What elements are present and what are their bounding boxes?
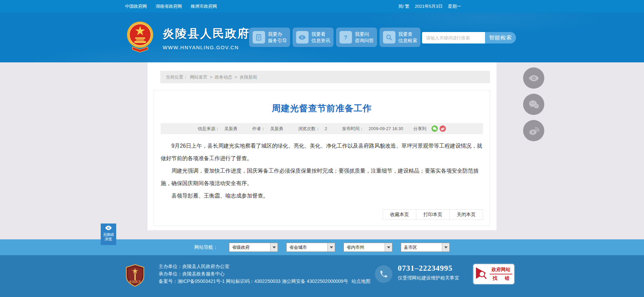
article-actions: 收藏本页 打印本页 关闭本页 xyxy=(161,209,483,220)
meta-publish-label: 发布时间： xyxy=(342,126,364,132)
site-url: WWW.HNYANLING.GOV.CN xyxy=(163,44,250,50)
badge-line1: 政府网站 xyxy=(490,267,513,274)
breadcrumb-label: 当前位置： xyxy=(166,74,188,80)
meta-author-label: 作者： xyxy=(252,126,265,132)
chevron-down-icon xyxy=(385,243,392,251)
breadcrumb-separator: > xyxy=(235,75,237,80)
service-line1: 我要办 xyxy=(268,31,282,37)
weibo-share-icon[interactable] xyxy=(440,125,446,132)
svg-text:?: ? xyxy=(344,34,348,40)
current-date: 2021年5月3日 xyxy=(415,3,443,9)
content-wrapper: 当前位置： 网站首页 > 政务动态 > 炎陵新闻 周建光督查节前准备工作 信息来… xyxy=(148,62,496,230)
breadcrumb-separator: > xyxy=(210,75,213,80)
link-zhuzhou-gov[interactable]: 株洲市政府网 xyxy=(191,3,217,9)
article-paragraph: 周建光强调，要加快工作进度，国庆筹备工作必须保质保量按时完成；要强抓质量，注重细… xyxy=(161,165,483,189)
meta-views-label: 浏览次数： xyxy=(298,126,320,132)
select-provincial-gov[interactable]: 省级政府 xyxy=(229,243,278,252)
link-hunan-gov[interactable]: 湖南省政府网 xyxy=(156,3,182,9)
service-line1: 我要看 xyxy=(312,31,326,37)
contact-phone: 0731–22234995 xyxy=(398,264,459,273)
select-capital-cities[interactable]: 省会城市 xyxy=(286,243,335,252)
current-weekday: 星期一 xyxy=(448,3,461,9)
select-value: 省内市州 xyxy=(347,244,364,250)
gov-error-report-badge[interactable]: 政府网站 找 错 xyxy=(473,264,514,284)
article-paragraph: 县领导彭雁、王衡霝、喻志成参加督查。 xyxy=(161,189,483,202)
close-page-button[interactable]: 关闭本页 xyxy=(449,209,483,220)
eye-icon xyxy=(105,225,112,232)
meta-source: 吴新勇 xyxy=(224,126,237,132)
search-icon xyxy=(383,31,395,43)
site-nav-bar: 网站导航： 省级政府 省会城市 省内市州 县市区 xyxy=(0,239,644,255)
question-icon: ? xyxy=(340,31,352,43)
select-value: 县市区 xyxy=(404,244,417,250)
footer-info: 主办单位：炎陵县人民政府办公室 承办单位：炎陵县政务服务中心 备案号：湘ICP备… xyxy=(159,263,371,285)
article-paragraph: 9月26日上午，县长周建光实地察看了城区的绿化、亮化、美化、净化工作以及县府路风… xyxy=(161,140,483,165)
print-page-button[interactable]: 打印本页 xyxy=(416,209,450,220)
service-line2: 信息资讯 xyxy=(312,38,330,43)
meta-source-label: 信息来源： xyxy=(198,126,220,132)
chevron-down-icon xyxy=(327,243,335,251)
chevron-down-icon xyxy=(270,243,278,251)
accessibility-browse-button[interactable]: 无障碍 浏览 xyxy=(101,224,116,245)
service-button-view[interactable]: 我要看信息资讯 xyxy=(293,28,333,47)
lang-switch[interactable]: 简/ 繁 xyxy=(398,3,409,9)
wechat-share-icon[interactable] xyxy=(431,125,438,132)
sitemap-link[interactable]: 站点地图 xyxy=(352,278,371,284)
site-footer: 党政机关 主办单位：炎陵县人民政府办公室 承办单位：炎陵县政务服务中心 备案号：… xyxy=(0,255,644,297)
favorite-page-button[interactable]: 收藏本页 xyxy=(383,209,416,220)
meta-publish-time: 2009-09-27 16:30 xyxy=(368,126,403,131)
top-bar: 中国政府网 湖南省政府网 株洲市政府网 简/ 繁 2021年5月3日 星期一 xyxy=(0,0,644,12)
eye-icon[interactable] xyxy=(523,67,544,89)
service-line2: 咨询问答 xyxy=(355,38,374,43)
phone-icon xyxy=(375,265,392,283)
svg-text:党政机关: 党政机关 xyxy=(129,280,141,284)
article: 周建光督查节前准备工作 信息来源： 吴新勇 作者： 吴新勇 浏览次数： 2 发布… xyxy=(154,90,490,226)
weibo-icon[interactable] xyxy=(523,120,544,141)
service-line2: 信息检索 xyxy=(398,38,417,43)
flag-magnifier-icon xyxy=(475,267,487,281)
site-nav-label: 网站导航： xyxy=(194,244,218,250)
search-input[interactable] xyxy=(422,32,485,43)
badge-line2: 找 错 xyxy=(490,275,513,281)
select-value: 省会城市 xyxy=(289,244,307,250)
search-bar: 智能检索 xyxy=(422,32,516,43)
service-line2: 服务引导 xyxy=(268,38,287,43)
breadcrumb-news[interactable]: 炎陵新闻 xyxy=(239,74,257,80)
site-header: 炎陵县人民政府 WWW.HNYANLING.GOV.CN 我要办服务引导 我要看… xyxy=(0,12,644,62)
select-county-districts[interactable]: 县市区 xyxy=(401,243,450,252)
meta-author: 吴新勇 xyxy=(270,126,283,132)
eye-icon xyxy=(296,31,309,43)
national-emblem xyxy=(126,21,154,53)
service-button-search[interactable]: 我要查信息检索 xyxy=(380,28,420,47)
footer-contact: 0731–22234995 仅受理网站建设维护相关事宜 xyxy=(375,264,459,283)
share-label: 分享到 xyxy=(413,126,426,132)
service-line1: 我要查 xyxy=(398,31,413,37)
service-button-ask[interactable]: ? 我要问咨询问答 xyxy=(336,28,377,47)
contact-note: 仅受理网站建设维护相关事宜 xyxy=(398,275,459,281)
select-province-cities[interactable]: 省内市州 xyxy=(344,243,392,252)
accessibility-label-line1: 无障碍 xyxy=(103,233,114,237)
link-china-gov[interactable]: 中国政府网 xyxy=(125,3,147,9)
service-button-handle[interactable]: 我要办服务引导 xyxy=(249,28,290,47)
breadcrumb-dynamics[interactable]: 政务动态 xyxy=(215,74,232,80)
breadcrumb: 当前位置： 网站首页 > 政务动态 > 炎陵新闻 xyxy=(160,71,490,83)
article-meta: 信息来源： 吴新勇 作者： 吴新勇 浏览次数： 2 发布时间： 2009-09-… xyxy=(161,123,483,134)
icp-record-line: 备案号：湘ICP备05003421号-1 网站标识码：4302250033 湘公… xyxy=(159,278,348,284)
breadcrumb-home[interactable]: 网站首页 xyxy=(190,74,207,80)
floating-toolbar xyxy=(523,67,544,141)
chevron-down-icon xyxy=(442,243,449,251)
service-line1: 我要问 xyxy=(355,31,369,37)
organizer-unit-line: 承办单位：炎陵县政务服务中心 xyxy=(159,270,371,277)
wechat-icon[interactable] xyxy=(523,94,544,115)
accessibility-label-line2: 浏览 xyxy=(105,237,112,241)
party-gov-emblem: 党政机关 xyxy=(125,264,145,288)
site-title: 炎陵县人民政府 xyxy=(163,26,250,41)
service-buttons: 我要办服务引导 我要看信息资讯 ? 我要问咨询问答 我要查信息检索 xyxy=(249,28,420,47)
select-value: 省级政府 xyxy=(232,244,250,250)
meta-views-count: 2 xyxy=(325,126,327,131)
document-icon xyxy=(253,31,265,43)
article-body: 9月26日上午，县长周建光实地察看了城区的绿化、亮化、美化、净化工作以及县府路风… xyxy=(161,140,483,202)
article-title: 周建光督查节前准备工作 xyxy=(161,102,483,114)
smart-search-button[interactable]: 智能检索 xyxy=(485,32,516,43)
host-unit-line: 主办单位：炎陵县人民政府办公室 xyxy=(159,263,371,270)
